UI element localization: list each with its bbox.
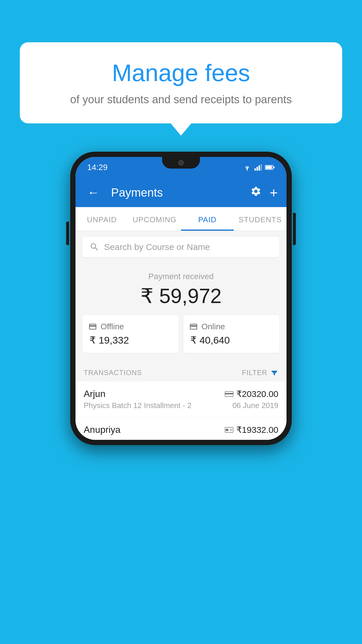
transaction-name: Arjun: [84, 388, 106, 399]
tab-paid[interactable]: PAID: [181, 207, 234, 231]
transaction-detail: Physics Batch 12 Installment - 2: [84, 401, 191, 410]
transaction-bottom: Physics Batch 12 Installment - 2 06 June…: [84, 401, 278, 410]
transaction-top: Arjun ₹20320.00: [84, 388, 278, 399]
settings-icon[interactable]: [250, 186, 261, 200]
tab-upcoming[interactable]: UPCOMING: [128, 207, 181, 231]
transaction-date: 06 June 2019: [232, 401, 278, 410]
filter-icon: [270, 369, 278, 377]
bubble-subtitle: of your students and send receipts to pa…: [43, 92, 319, 107]
search-bar[interactable]: Search by Course or Name: [82, 237, 280, 257]
offline-amount: ₹ 19,332: [89, 334, 173, 346]
payment-received-label: Payment received: [82, 272, 280, 281]
transaction-amount-2: ₹19332.00: [236, 425, 278, 435]
tab-unpaid[interactable]: UNPAID: [75, 207, 128, 231]
transaction-row-partial[interactable]: Anupriya ₹19332.00: [75, 417, 287, 440]
tabs: UNPAID UPCOMING PAID STUDENTS: [75, 207, 287, 231]
svg-rect-6: [273, 167, 275, 168]
phone-screen: 14:29: [75, 157, 287, 440]
online-payment-card: Online ₹ 40,640: [183, 315, 280, 353]
transactions-header: TRANSACTIONS FILTER: [75, 362, 287, 382]
svg-rect-2: [256, 167, 258, 171]
camera-dot: [178, 160, 184, 165]
svg-rect-7: [266, 166, 272, 169]
transaction-type-icon: [225, 391, 233, 397]
online-icon: [189, 322, 198, 331]
toolbar-title: Payments: [111, 186, 245, 199]
payment-total-amount: ₹ 59,972: [82, 284, 280, 308]
search-container: Search by Course or Name: [75, 231, 287, 263]
offline-card-header: Offline: [88, 322, 173, 331]
battery-icon: [265, 165, 275, 170]
status-bar: 14:29: [75, 157, 287, 178]
payment-cards: Offline ₹ 19,332 Online: [82, 315, 280, 353]
transactions-label: TRANSACTIONS: [84, 369, 142, 377]
filter-label: FILTER: [242, 369, 267, 377]
search-icon: [89, 242, 99, 252]
page-background: Manage fees of your students and send re…: [0, 0, 362, 644]
offline-type: Offline: [101, 322, 124, 331]
status-icons: [243, 164, 275, 171]
notch: [162, 157, 200, 169]
phone-wrapper: 14:29: [70, 152, 292, 445]
svg-rect-9: [225, 393, 233, 394]
signal-icon: [254, 164, 262, 171]
toolbar-actions: +: [250, 185, 278, 201]
add-icon[interactable]: +: [270, 185, 278, 201]
svg-point-0: [247, 169, 248, 171]
phone-frame: 14:29: [70, 152, 292, 445]
toolbar: ← Payments +: [75, 178, 287, 207]
tab-students[interactable]: STUDENTS: [234, 207, 287, 231]
transaction-amount-container: ₹20320.00: [225, 389, 278, 399]
bubble-title: Manage fees: [43, 60, 319, 86]
back-button[interactable]: ←: [84, 183, 102, 202]
offline-icon: [88, 322, 97, 331]
transaction-amount-container-2: ₹19332.00: [225, 425, 278, 435]
svg-rect-1: [254, 168, 256, 171]
transaction-type-icon-2: [225, 427, 233, 433]
online-card-header: Online: [189, 322, 274, 331]
payment-summary: Payment received ₹ 59,972 Offline ₹ 19,: [75, 263, 287, 362]
transaction-amount: ₹20320.00: [236, 389, 278, 399]
svg-rect-12: [230, 429, 233, 430]
transaction-top-2: Anupriya ₹19332.00: [84, 424, 278, 435]
online-amount: ₹ 40,640: [190, 334, 274, 346]
speech-bubble-wrapper: Manage fees of your students and send re…: [20, 42, 342, 123]
offline-payment-card: Offline ₹ 19,332: [82, 315, 179, 353]
search-placeholder: Search by Course or Name: [104, 242, 210, 252]
filter-container[interactable]: FILTER: [242, 369, 278, 377]
svg-rect-11: [226, 429, 229, 431]
svg-rect-3: [259, 165, 260, 171]
wifi-icon: [243, 164, 252, 171]
transaction-row[interactable]: Arjun ₹20320.00 Physics Batch 12 Install…: [75, 382, 287, 417]
svg-rect-4: [261, 164, 262, 171]
online-type: Online: [201, 322, 225, 331]
status-time: 14:29: [87, 163, 108, 172]
speech-bubble: Manage fees of your students and send re…: [20, 42, 342, 123]
transaction-name-2: Anupriya: [84, 424, 120, 435]
